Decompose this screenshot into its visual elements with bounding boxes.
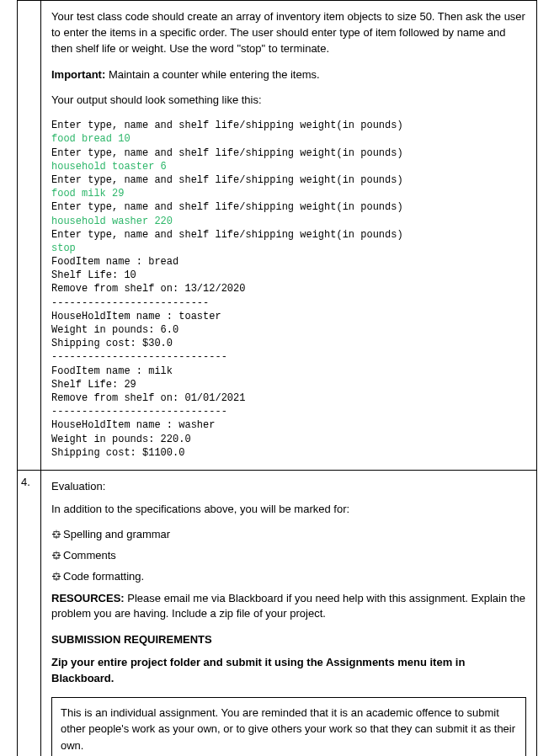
important-paragraph: Important: Maintain a counter while ente… [51,67,526,83]
code-output-line: Remove from shelf on: 01/01/2021 [51,392,245,404]
bullet-text: Comments [63,549,116,562]
bullet-text: Code formatting. [63,570,144,583]
table-row: Your test class code should create an ar… [18,1,536,471]
code-output-line: Shipping cost: $1100.0 [51,447,184,459]
bullet-text: Spelling and grammar [63,528,170,540]
output-lead: Your output should look something like t… [51,93,526,109]
academic-notice: This is an individual assignment. You ar… [51,697,526,756]
important-text: Maintain a counter while entering the it… [105,68,319,81]
code-output-line: HouseHoldItem name : washer [51,419,215,431]
code-output-line: Shelf Life: 10 [51,269,136,281]
code-output-divider: -------------------------- [51,297,209,309]
code-output-line: Weight in pounds: 6.0 [51,324,178,336]
code-output-divider: ----------------------------- [51,406,227,418]
evaluation-bullets: ⯐Spelling and grammar ⯐Comments ⯐Code fo… [51,528,526,583]
important-label: Important: [51,68,105,81]
evaluation-lead: In addition to the specifications above,… [51,502,526,518]
code-output-line: HouseHoldItem name : toaster [51,311,221,322]
bullet-icon: ⯐ [51,528,63,540]
code-prompt: Enter type, name and shelf life/shipping… [51,229,403,241]
code-input: stop [51,242,76,254]
row-content: Your test class code should create an ar… [41,1,536,470]
list-item: ⯐Code formatting. [51,570,526,583]
code-prompt: Enter type, name and shelf life/shipping… [51,120,403,131]
evaluation-heading: Evaluation: [51,479,526,495]
code-prompt: Enter type, name and shelf life/shipping… [51,174,403,186]
sample-output: Enter type, name and shelf life/shipping… [51,119,526,460]
code-output-line: Shipping cost: $30.0 [51,338,173,349]
code-input: household toaster 6 [51,161,167,173]
code-prompt: Enter type, name and shelf life/shipping… [51,147,403,159]
row-number [18,1,41,470]
code-input: food bread 10 [51,133,131,145]
submission-text: Zip your entire project folder and submi… [51,655,526,687]
submission-heading: SUBMISSION REQUIREMENTS [51,632,526,648]
code-input: food milk 29 [51,188,124,200]
list-item: ⯐Comments [51,549,526,562]
resources-paragraph: RESOURCES: Please email me via Blackboar… [51,591,526,623]
code-prompt: Enter type, name and shelf life/shipping… [51,201,403,213]
code-output-line: Shelf Life: 29 [51,379,136,391]
code-output-line: Weight in pounds: 220.0 [51,434,191,445]
list-item: ⯐Spelling and grammar [51,528,526,540]
row-number: 4. [18,471,41,756]
bullet-icon: ⯐ [51,570,63,583]
code-output-divider: ----------------------------- [51,351,227,363]
page-container: Your test class code should create an ar… [17,0,537,756]
code-input: household washer 220 [51,216,173,227]
code-output-line: Remove from shelf on: 13/12/2020 [51,283,245,295]
row-content: Evaluation: In addition to the specifica… [41,471,536,756]
resources-label: RESOURCES: [51,592,125,604]
code-output-line: FoodItem name : milk [51,365,173,377]
notice-text: This is an individual assignment. You ar… [61,706,515,752]
intro-paragraph: Your test class code should create an ar… [51,9,526,57]
bullet-icon: ⯐ [51,549,63,562]
table-row: 4. Evaluation: In addition to the specif… [18,471,536,756]
code-output-line: FoodItem name : bread [51,256,178,268]
